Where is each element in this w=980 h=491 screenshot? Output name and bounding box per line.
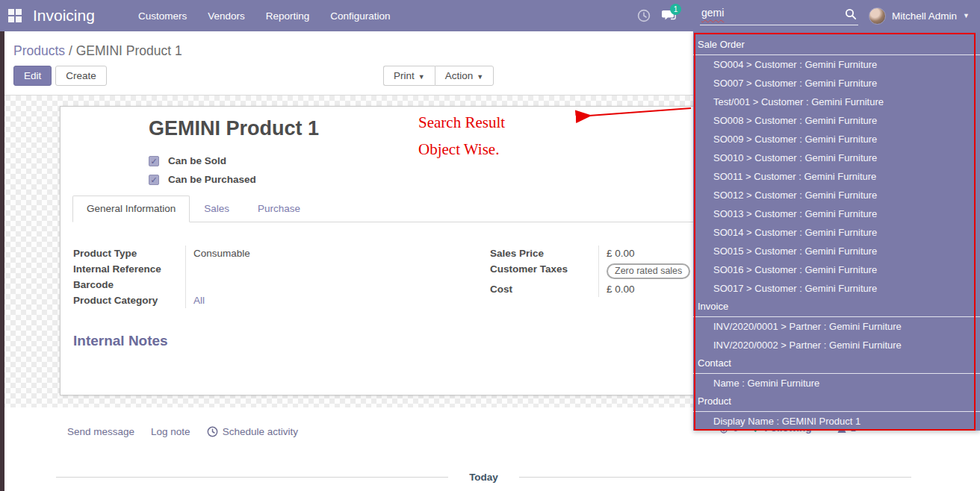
apps-menu-icon[interactable] [0,0,30,31]
dropdown-result-item[interactable]: SO010 > Customer : Gemini Furniture [693,148,980,167]
dropdown-result-item[interactable]: SO014 > Customer : Gemini Furniture [693,223,980,242]
field-label: Cost [490,281,598,297]
main-menu: CustomersVendorsReportingConfiguration [131,6,398,26]
dropdown-section-product: Product [693,393,980,412]
product-flags: ✓Can be Sold✓Can be Purchased [149,151,256,189]
field-value [185,261,409,277]
schedule-activity-link[interactable]: Schedule activity [207,426,298,437]
fields-left-column: Product TypeConsumableInternal Reference… [73,246,409,308]
dropdown-result-item[interactable]: SO008 > Customer : Gemini Furniture [693,111,980,130]
menu-item-reporting[interactable]: Reporting [258,6,317,26]
tab-general-information[interactable]: General Information [72,196,190,222]
messages-icon[interactable]: 1 [657,0,682,31]
search-input[interactable]: gemi [701,7,724,19]
screen: Invoicing CustomersVendorsReportingConfi… [0,0,980,491]
messages-count-badge: 1 [670,4,681,15]
checkbox-row: ✓Can be Sold [149,151,256,170]
window-edge [0,31,4,491]
field-label: Customer Taxes [490,261,598,281]
tax-badge: Zero rated sales [607,263,690,279]
field-label: Barcode [73,277,185,293]
send-message-link[interactable]: Send message [67,426,134,437]
tab-purchase[interactable]: Purchase [244,196,314,222]
global-search: gemi [700,0,858,31]
create-button[interactable]: Create [55,66,107,86]
user-name: Mitchell Admin [892,10,957,22]
checkbox[interactable]: ✓ [149,175,159,185]
date-divider: Today [56,472,911,483]
dropdown-result-item[interactable]: SO004 > Customer : Gemini Furniture [693,55,980,74]
search-icon[interactable] [845,8,857,20]
field-label: Product Category [73,293,185,308]
log-note-link[interactable]: Log note [151,426,190,437]
dropdown-result-item[interactable]: INV/2020/0002 > Partner : Gemini Furnitu… [693,336,980,354]
dropdown-result-item[interactable]: SO015 > Customer : Gemini Furniture [693,242,980,260]
dropdown-result-item[interactable]: INV/2020/0001 > Partner : Gemini Furnitu… [693,317,980,336]
print-dropdown-button[interactable]: Print▼ [383,66,435,86]
checkbox-label: Can be Purchased [168,174,256,185]
top-navbar: Invoicing CustomersVendorsReportingConfi… [0,0,980,31]
annotation-text: Search Result Object Wise. [418,109,505,163]
clock-icon [207,426,218,437]
dropdown-result-item[interactable]: Test/001 > Customer : Gemini Furniture [693,93,980,111]
field-value: Consumable [185,246,409,261]
field-value[interactable]: All [185,293,409,308]
dropdown-result-item[interactable]: SO007 > Customer : Gemini Furniture [693,74,980,93]
dropdown-section-invoice: Invoice [693,298,980,317]
activities-clock-icon[interactable] [631,0,657,31]
dropdown-result-item[interactable]: SO011 > Customer : Gemini Furniture [693,167,980,186]
product-title: GEMINI Product 1 [149,117,319,140]
checkbox-label: Can be Sold [168,155,226,166]
dropdown-result-item[interactable]: Name : Gemini Furniture [693,374,980,393]
menu-item-customers[interactable]: Customers [131,6,194,26]
dropdown-section-sale-order: Sale Order [693,36,980,55]
chevron-down-icon: ▼ [418,73,425,81]
tab-sales[interactable]: Sales [190,196,244,222]
internal-notes-heading[interactable]: Internal Notes [73,333,168,349]
dropdown-result-item[interactable]: SO017 > Customer : Gemini Furniture [693,279,980,298]
navbar-right: 1 gemi Mitchell Admin ▼ [631,0,980,31]
app-title[interactable]: Invoicing [33,7,95,25]
checkbox-row: ✓Can be Purchased [149,170,256,189]
action-dropdown-button[interactable]: Action▼ [435,66,494,86]
user-avatar [869,7,886,25]
breadcrumb: Products / GEMINI Product 1 [13,43,182,59]
dropdown-result-item[interactable]: SO013 > Customer : Gemini Furniture [693,204,980,223]
chevron-down-icon: ▼ [963,12,970,19]
field-label: Sales Price [490,246,598,261]
dropdown-section-contact: Contact [693,354,980,374]
dropdown-result-item[interactable]: Display Name : GEMINI Product 1 [693,412,980,431]
menu-item-vendors[interactable]: Vendors [200,6,252,26]
dropdown-result-item[interactable]: SO012 > Customer : Gemini Furniture [693,186,980,204]
breadcrumb-products-link[interactable]: Products [13,43,65,58]
field-label: Internal Reference [73,261,185,277]
dropdown-result-item[interactable]: SO016 > Customer : Gemini Furniture [693,260,980,279]
search-results-dropdown: Sale OrderSO004 > Customer : Gemini Furn… [693,31,980,431]
field-label: Product Type [73,246,185,261]
checkbox[interactable]: ✓ [149,156,159,166]
chevron-down-icon: ▼ [477,73,483,81]
field-value [185,277,409,293]
breadcrumb-current: GEMINI Product 1 [76,43,182,58]
menu-item-configuration[interactable]: Configuration [323,6,397,26]
dropdown-result-item[interactable]: SO009 > Customer : Gemini Furniture [693,130,980,148]
edit-button[interactable]: Edit [13,66,52,86]
user-menu[interactable]: Mitchell Admin ▼ [869,7,970,25]
